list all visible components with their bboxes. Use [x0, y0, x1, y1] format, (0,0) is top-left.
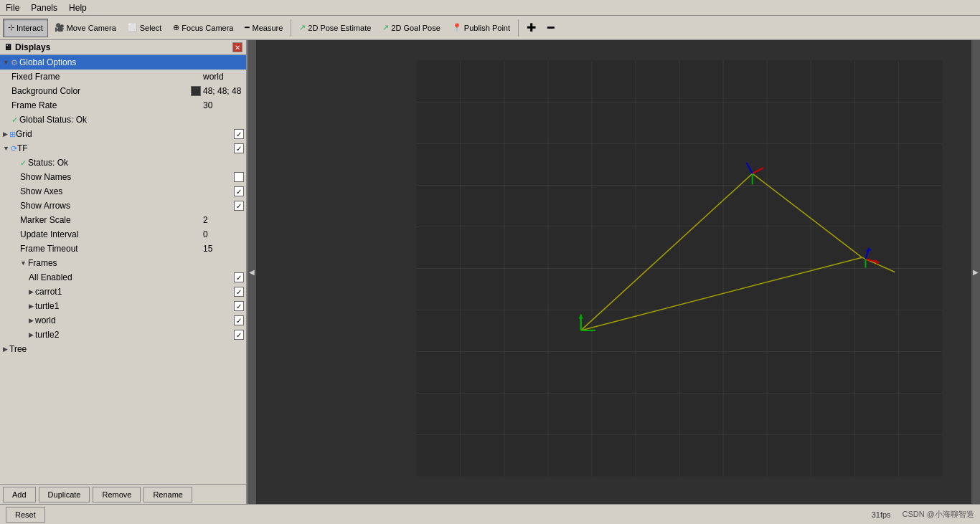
fixed-frame-value: world — [203, 72, 246, 82]
interact-button[interactable]: ⊹ Interact — [3, 19, 48, 37]
bg-color-swatch — [191, 86, 201, 96]
fixed-frame-row[interactable]: Fixed Frame world — [0, 70, 246, 84]
frames-arrow: ▼ — [20, 259, 27, 267]
update-interval-value: 0 — [203, 229, 246, 239]
frame-rate-row[interactable]: Frame Rate 30 — [0, 98, 246, 113]
reset-button[interactable]: Reset — [6, 507, 45, 523]
add-icon-button[interactable]: ✚ — [522, 19, 541, 37]
menu-file[interactable]: File — [0, 1, 25, 14]
show-arrows-row[interactable]: Show Arrows — [0, 199, 246, 213]
marker-scale-label: Marker Scale — [20, 215, 203, 225]
bg-color-label: Background Color — [11, 86, 191, 96]
watermark: CSDN @小海聊智造 — [903, 509, 974, 520]
tf-item[interactable]: ▼ ⟳ TF — [0, 141, 246, 156]
show-axes-label: Show Axes — [20, 186, 234, 196]
global-options-arrow: ▼ — [3, 59, 9, 66]
frame-timeout-row[interactable]: Frame Timeout 15 — [0, 242, 246, 256]
measure-label: Measure — [252, 24, 283, 32]
carrot1-checkbox[interactable] — [234, 287, 244, 297]
viewport[interactable] — [256, 40, 971, 504]
move-camera-icon: 🎥 — [55, 23, 65, 32]
menu-bar: File Panels Help — [0, 0, 980, 16]
tf-status-label: Status: Ok — [28, 158, 246, 168]
grid-label: Grid — [16, 129, 234, 139]
turtle1-checkbox[interactable] — [234, 301, 244, 311]
2d-pose-button[interactable]: ↗ 2D Pose Estimate — [294, 19, 376, 37]
bottom-bar: Add Duplicate Remove Rename — [0, 484, 246, 504]
publish-point-icon: 📍 — [452, 23, 462, 32]
rename-button[interactable]: Rename — [143, 487, 192, 502]
menu-panels[interactable]: Panels — [25, 1, 63, 14]
frame-world-item[interactable]: ▶ world — [0, 313, 246, 328]
right-collapse-handle[interactable]: ▶ — [971, 40, 980, 504]
carrot1-label: carrot1 — [35, 287, 234, 297]
publish-point-label: Publish Point — [464, 24, 510, 32]
frames-label: Frames — [28, 258, 246, 268]
tree-item[interactable]: ▶ Tree — [0, 342, 246, 356]
focus-camera-button[interactable]: ⊕ Focus Camera — [168, 19, 238, 37]
bg-color-value-area: 48; 48; 48 — [191, 86, 246, 96]
global-options-item[interactable]: ▼ ⚙ Global Options — [0, 55, 246, 70]
tf-status-row[interactable]: ✓ Status: Ok — [0, 156, 246, 170]
move-camera-button[interactable]: 🎥 Move Camera — [50, 19, 121, 37]
select-icon: ⬜ — [128, 23, 138, 32]
toolbar: ⊹ Interact 🎥 Move Camera ⬜ Select ⊕ Focu… — [0, 16, 980, 40]
focus-camera-icon: ⊕ — [173, 23, 179, 32]
show-axes-row[interactable]: Show Axes — [0, 184, 246, 199]
interact-label: Interact — [17, 24, 43, 32]
left-collapse-handle[interactable]: ◀ — [248, 40, 256, 504]
turtle1-arrow: ▶ — [29, 303, 34, 310]
global-options-label: Global Options — [19, 57, 246, 67]
show-names-row[interactable]: Show Names — [0, 170, 246, 184]
show-axes-checkbox[interactable] — [234, 186, 244, 196]
2d-goal-button[interactable]: ↗ 2D Goal Pose — [377, 19, 445, 37]
tf-icon: ⟳ — [11, 144, 17, 153]
all-enabled-row[interactable]: All Enabled — [0, 270, 246, 285]
tf-checkbox[interactable] — [234, 143, 244, 153]
global-status-row[interactable]: ✓ Global Status: Ok — [0, 113, 246, 127]
carrot1-arrow: ▶ — [29, 288, 34, 295]
tree-label: Tree — [9, 344, 246, 354]
turtle2-checkbox[interactable] — [234, 330, 244, 340]
interact-icon: ⊹ — [8, 23, 14, 32]
grid-checkbox[interactable] — [234, 129, 244, 139]
fps-display: 31fps — [872, 510, 891, 519]
turtle2-label: turtle2 — [35, 330, 234, 340]
frame-rate-value: 30 — [203, 100, 246, 110]
2d-goal-label: 2D Goal Pose — [391, 24, 440, 32]
toolbar-separator — [291, 19, 291, 37]
select-button[interactable]: ⬜ Select — [123, 19, 167, 37]
frame-turtle1-item[interactable]: ▶ turtle1 — [0, 299, 246, 313]
frame-carrot1-item[interactable]: ▶ carrot1 — [0, 285, 246, 299]
show-names-checkbox[interactable] — [234, 172, 244, 182]
fixed-frame-label: Fixed Frame — [11, 72, 203, 82]
bg-color-row[interactable]: Background Color 48; 48; 48 — [0, 84, 246, 98]
duplicate-button[interactable]: Duplicate — [39, 487, 90, 502]
grid-arrow: ▶ — [3, 130, 8, 138]
remove-button[interactable]: Remove — [93, 487, 141, 502]
move-camera-label: Move Camera — [67, 24, 116, 32]
grid-item[interactable]: ▶ ⊞ Grid — [0, 127, 246, 141]
menu-help[interactable]: Help — [63, 1, 93, 14]
main-area: 🖥 Displays ✕ ▼ ⚙ Global Options Fixed Fr… — [0, 40, 980, 504]
select-label: Select — [140, 24, 162, 32]
displays-close-button[interactable]: ✕ — [232, 42, 242, 52]
show-arrows-checkbox[interactable] — [234, 201, 244, 211]
add-button[interactable]: Add — [3, 487, 36, 502]
update-interval-label: Update Interval — [20, 229, 203, 239]
global-status-label: Global Status: Ok — [19, 115, 246, 125]
measure-icon: ━ — [245, 23, 250, 32]
publish-point-button[interactable]: 📍 Publish Point — [447, 19, 515, 37]
marker-scale-value: 2 — [203, 215, 246, 225]
minus-icon-button[interactable]: ━ — [542, 19, 560, 37]
measure-button[interactable]: ━ Measure — [240, 19, 288, 37]
world-checkbox[interactable] — [234, 315, 244, 325]
marker-scale-row[interactable]: Marker Scale 2 — [0, 213, 246, 227]
frame-turtle2-item[interactable]: ▶ turtle2 — [0, 328, 246, 342]
all-enabled-label: All Enabled — [29, 272, 234, 282]
all-enabled-checkbox[interactable] — [234, 272, 244, 282]
update-interval-row[interactable]: Update Interval 0 — [0, 227, 246, 242]
frame-timeout-value: 15 — [203, 244, 246, 254]
grid-canvas — [256, 40, 971, 504]
frames-item[interactable]: ▼ Frames — [0, 256, 246, 270]
